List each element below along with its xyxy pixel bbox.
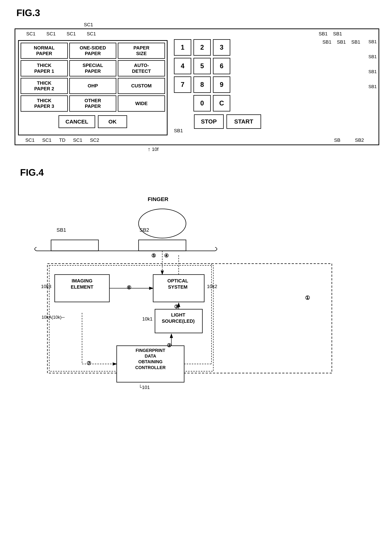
fig4-title: FIG.4	[20, 167, 379, 178]
sc1-top-center: SC1	[84, 22, 381, 28]
special-paper-btn[interactable]: SPECIALPAPER	[69, 60, 117, 76]
key-3[interactable]: 3	[213, 39, 230, 56]
circle4-label: ④	[164, 253, 169, 259]
sb1-r4: SB1	[369, 84, 377, 89]
touch-panel: NORMALPAPER ONE-SIDEDPAPER PAPERSIZE THI…	[18, 40, 168, 135]
bottom-labels-row: SC1 SC1 TD SC1 SC2	[25, 137, 99, 143]
svg-rect-6	[51, 240, 98, 251]
fig3-outer-box: SC1 SC1 SC1 SC1 SB1 SB1 SB1 SB1 SB1 NORM…	[14, 28, 379, 145]
ohp-btn[interactable]: OHP	[69, 78, 117, 94]
sc1-t4: SC1	[87, 31, 96, 37]
fingerprint-text: FINGERPRINTDATAOBTAININGCONTROLLER	[118, 348, 183, 370]
sb2-label: SB2	[355, 137, 364, 143]
sb1-bottom: SB1	[174, 128, 183, 133]
sb1-r1: SB1	[369, 39, 377, 44]
10f-label-area: ↑ 10f	[148, 146, 381, 152]
circle7-label: ⑦	[87, 360, 91, 366]
sc1-b3: SC1	[73, 137, 82, 143]
one-sided-paper-btn[interactable]: ONE-SIDEDPAPER	[69, 43, 117, 59]
other-paper-btn[interactable]: OTHERPAPER	[69, 95, 117, 111]
thick-paper-1-btn[interactable]: THICKPAPER 1	[21, 60, 68, 76]
wide-btn[interactable]: WIDE	[118, 95, 165, 111]
normal-paper-btn[interactable]: NORMALPAPER	[21, 43, 68, 59]
key-0[interactable]: 0	[193, 95, 211, 111]
imaging-element-text: IMAGINGELEMENT	[56, 278, 107, 290]
ok-button[interactable]: OK	[98, 115, 127, 128]
sc1-top-row: SC1 SC1 SC1 SC1	[26, 31, 96, 37]
key-c[interactable]: C	[213, 95, 230, 111]
paper-buttons-grid: NORMALPAPER ONE-SIDEDPAPER PAPERSIZE THI…	[21, 43, 165, 112]
circle3-label: ③	[174, 304, 179, 310]
keypad-section: 1 2 3 4 5 6 7 8 9 0 C	[170, 29, 378, 145]
key-7[interactable]: 7	[174, 76, 191, 93]
paper-size-btn[interactable]: PAPERSIZE	[118, 43, 165, 59]
circle6-label: ⑥	[127, 285, 131, 291]
sc1-b2: SC1	[42, 137, 51, 143]
key-6[interactable]: 6	[213, 58, 230, 74]
sc1-label-top: SC1	[84, 22, 93, 27]
fig4-sb2-label: SB2	[140, 227, 149, 233]
10k3-label: 10k3	[41, 284, 51, 289]
svg-rect-7	[139, 240, 186, 251]
thick-paper-3-btn[interactable]: THICKPAPER 3	[21, 95, 68, 111]
custom-btn[interactable]: CUSTOM	[118, 78, 165, 94]
numpad-grid: 1 2 3 4 5 6 7 8 9	[174, 39, 375, 93]
thick-paper-2-btn[interactable]: THICKPAPER 2	[21, 78, 68, 94]
sc2-label: SC2	[90, 137, 99, 143]
sc1-t3: SC1	[66, 31, 76, 37]
key-2[interactable]: 2	[193, 39, 211, 56]
bottom-right-labels: SB SB2	[334, 137, 364, 143]
key-5[interactable]: 5	[193, 58, 211, 74]
sb1-r3: SB1	[369, 69, 377, 74]
td-label: TD	[59, 137, 65, 143]
10ka-label: 10kA(10k)─	[42, 315, 65, 320]
sb1-r2: SB1	[369, 54, 377, 59]
fig4-diagram: FINGER SB1 SB2 ⑤ ④ IMAGINGELEMENT OPTICA…	[14, 185, 361, 415]
10f-label: 10f	[152, 146, 159, 152]
key-8[interactable]: 8	[193, 76, 211, 93]
sc1-t2: SC1	[47, 31, 56, 37]
fig3-title: FIG.3	[16, 7, 381, 18]
circle1-label: ①	[305, 295, 310, 301]
sb1-right-column: SB1 SB1 SB1 SB1	[369, 39, 377, 89]
auto-detect-btn[interactable]: AUTO-DETECT	[118, 60, 165, 76]
10k2-label: 10k2	[207, 284, 217, 289]
keypad-bottom-row: 0 C	[174, 95, 375, 111]
start-button[interactable]: START	[226, 114, 261, 129]
fig3-section: FIG.3 SC1 SC1 SC1 SC1 SC1 SB1 SB1 SB1 SB…	[11, 7, 381, 152]
circle5-label: ⑤	[151, 253, 156, 259]
key-9[interactable]: 9	[213, 76, 230, 93]
fig4-section: FIG.4	[14, 167, 379, 415]
10k1-label: 10k1	[142, 316, 152, 322]
optical-system-text: OPTICALSYSTEM	[153, 278, 202, 290]
circle2-label: ②	[167, 342, 171, 349]
fig4-sb1-label: SB1	[56, 227, 66, 233]
sc1-t1: SC1	[26, 31, 36, 37]
key-4[interactable]: 4	[174, 58, 191, 74]
101-label: └101	[139, 385, 150, 390]
stop-start-row: STOP START	[174, 114, 375, 129]
finger-label: FINGER	[148, 196, 168, 202]
svg-point-9	[139, 209, 186, 238]
light-source-text: LIGHTSOURCE(LED)	[155, 312, 201, 324]
cancel-button[interactable]: CANCEL	[59, 115, 95, 128]
sb-label: SB	[334, 137, 341, 143]
key-1[interactable]: 1	[174, 39, 191, 56]
page: FIG.3 SC1 SC1 SC1 SC1 SC1 SB1 SB1 SB1 SB…	[0, 0, 392, 538]
cancel-ok-row: CANCEL OK	[21, 114, 165, 130]
stop-button[interactable]: STOP	[194, 114, 224, 129]
sc1-b1: SC1	[25, 137, 35, 143]
